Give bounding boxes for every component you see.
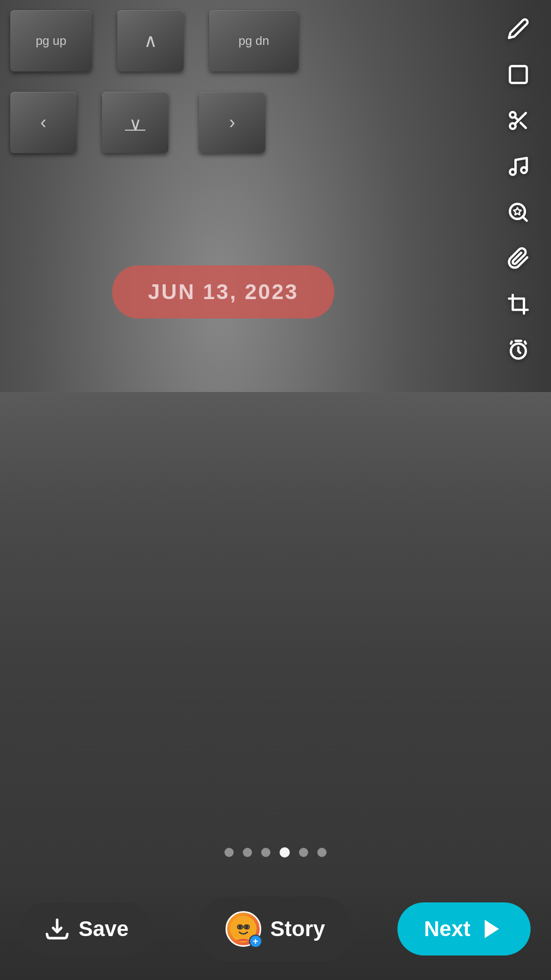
timer-icon[interactable] (500, 332, 537, 369)
dot-3[interactable] (261, 848, 270, 857)
svg-point-13 (245, 925, 248, 929)
date-sticker-text: JUN 13, 2023 (148, 280, 298, 304)
next-label: Next (424, 917, 470, 941)
story-label: Story (270, 917, 325, 941)
save-label: Save (79, 917, 129, 941)
dot-4-active[interactable] (280, 847, 290, 857)
svg-rect-0 (510, 66, 527, 83)
next-button[interactable]: Next (397, 902, 531, 955)
bottom-action-bar: Save + S (0, 878, 551, 980)
dot-2[interactable] (243, 848, 252, 857)
svg-line-5 (515, 117, 518, 120)
svg-line-4 (521, 123, 526, 128)
story-add-icon: + (249, 935, 262, 948)
svg-marker-17 (485, 920, 499, 938)
page-dots (224, 847, 327, 857)
dot-1[interactable] (224, 848, 234, 857)
story-button[interactable]: + Story (199, 897, 352, 961)
sticker-icon[interactable] (500, 56, 537, 93)
svg-point-6 (510, 169, 516, 175)
svg-point-12 (238, 925, 242, 929)
crop-icon[interactable] (500, 286, 537, 323)
svg-point-7 (521, 167, 527, 173)
background: pg up ∧ pg dn ‹ ∨ › (0, 0, 551, 980)
svg-line-9 (523, 217, 527, 221)
search-star-icon[interactable] (500, 194, 537, 231)
scissors-icon[interactable] (500, 102, 537, 139)
link-icon[interactable] (500, 240, 537, 277)
save-button[interactable]: Save (20, 902, 153, 955)
dot-6[interactable] (317, 848, 327, 857)
pencil-icon[interactable] (500, 10, 537, 47)
keyboard-area: pg up ∧ pg dn ‹ ∨ › (0, 0, 551, 441)
dot-5[interactable] (299, 848, 308, 857)
right-toolbar (496, 5, 541, 374)
music-icon[interactable] (500, 148, 537, 185)
date-sticker[interactable]: JUN 13, 2023 (112, 265, 334, 318)
